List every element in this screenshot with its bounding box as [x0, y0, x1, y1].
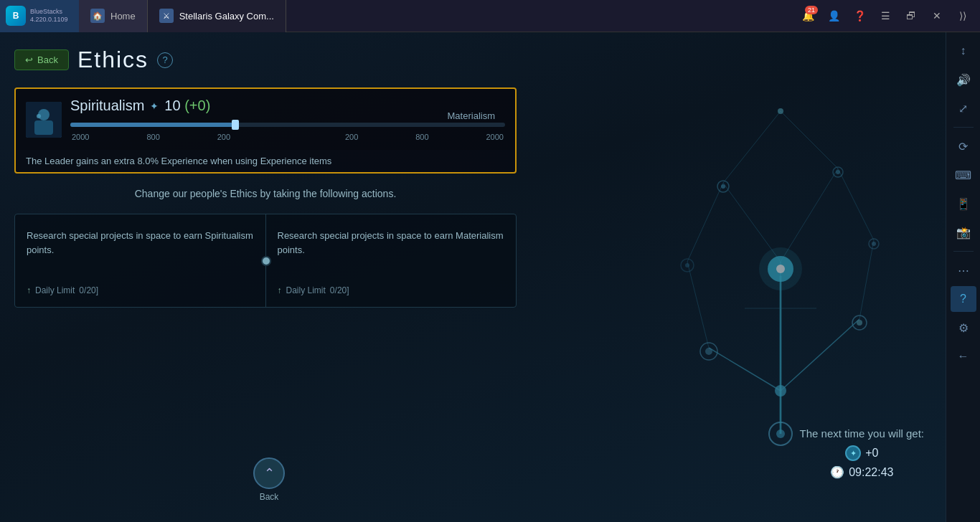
titlebar-right: 🔔 21 👤 ❓ ☰ 🗗 ✕ ⟩⟩: [796, 4, 980, 27]
divider-1: [953, 127, 974, 128]
side-toolbar: ↕ 🔊 ⤢ ⟳ ⌨ 📱 📸 ⋯ ? ⚙ ←: [946, 32, 980, 522]
svg-line-5: [859, 240, 874, 319]
settings-icon[interactable]: ⚙: [951, 315, 976, 341]
svg-point-29: [778, 108, 783, 114]
svg-line-3: [838, 169, 874, 240]
svg-point-20: [685, 263, 689, 267]
daily-limit-label-left: Daily Limit: [35, 285, 75, 295]
slider-fill: [70, 123, 235, 127]
daily-limit-value-right: 0/20]: [330, 285, 349, 295]
spiritualism-action-footer: ↑ Daily Limit 0/20]: [27, 285, 254, 295]
score-bonus: (+0): [184, 98, 210, 113]
bluestacks-logo: B BlueStacks 4.220.0.1109: [0, 0, 79, 32]
next-reward-panel: The next time you will get: ✦ +0 🕐 09:22…: [800, 427, 924, 479]
back-icon-side[interactable]: ←: [951, 343, 976, 369]
svg-point-26: [857, 320, 862, 326]
slider-bar-container[interactable]: [70, 118, 505, 131]
help-icon-side[interactable]: ?: [951, 286, 976, 312]
back-arrow-icon: ↩: [25, 54, 33, 65]
next-reward-timer: 🕐 09:22:43: [800, 465, 924, 479]
game-content: ↩ Back Ethics ?: [0, 32, 946, 522]
svg-line-4: [687, 262, 709, 348]
center-back-label: Back: [260, 492, 279, 502]
score-base: 10: [164, 98, 180, 113]
next-reward-points: ✦ +0: [800, 445, 924, 461]
notification-badge: 21: [805, 6, 818, 14]
materialism-action-col: Research special projects in space to ea…: [266, 214, 517, 307]
bluestacks-text: BlueStacks 4.220.0.1109: [30, 8, 68, 24]
expand-button[interactable]: ⟩⟩: [951, 4, 974, 27]
svg-line-2: [687, 183, 723, 262]
help-button[interactable]: ❓: [848, 4, 871, 27]
page-title: Ethics: [77, 47, 149, 73]
slider-info: Spiritualism ✦ 10 (+0) Materialism: [70, 98, 505, 141]
daily-limit-label-right: Daily Limit: [286, 285, 326, 295]
more-icon[interactable]: ⋯: [951, 257, 976, 283]
rotate-icon[interactable]: ⟳: [951, 133, 976, 159]
slider-track: [70, 123, 505, 127]
ethics-description: The Leader gains an extra 8.0% Experienc…: [16, 150, 515, 172]
notification-button[interactable]: 🔔 21: [796, 4, 819, 27]
home-tab-icon: 🏠: [90, 9, 105, 23]
ethics-panel: Spiritualism ✦ 10 (+0) Materialism: [14, 87, 517, 174]
divider-2: [953, 251, 974, 252]
ethics-score: 10 (+0): [164, 98, 210, 114]
restore-button[interactable]: 🗗: [900, 4, 923, 27]
actions-panel: Research special projects in space to ea…: [14, 214, 517, 308]
help-icon[interactable]: ?: [157, 52, 173, 68]
svg-point-14: [776, 265, 785, 273]
slider-row: Spiritualism ✦ 10 (+0) Materialism: [16, 89, 515, 150]
svg-line-1: [781, 111, 838, 169]
bluestacks-icon: B: [6, 6, 26, 26]
next-reward-label: The next time you will get:: [800, 427, 924, 440]
volume-icon[interactable]: 🔊: [951, 67, 976, 92]
galaxy-background: [651, 75, 910, 477]
center-back-circle-icon: ⌃: [253, 457, 285, 489]
game-tab-icon: ⚔: [159, 9, 174, 23]
close-button[interactable]: ✕: [925, 4, 948, 27]
center-back-button[interactable]: ⌃ Back: [253, 457, 285, 502]
daily-limit-icon-left: ↑: [27, 285, 31, 295]
action-divider-dot: [261, 256, 271, 266]
main-area: ↩ Back Ethics ?: [0, 32, 980, 522]
phone-icon[interactable]: 📱: [951, 191, 976, 217]
expand-icon[interactable]: ↕: [951, 38, 976, 64]
svg-line-10: [781, 169, 838, 262]
home-tab[interactable]: 🏠 Home: [79, 0, 148, 32]
daily-limit-icon-right: ↑: [278, 285, 282, 295]
spiritualism-action-col: Research special projects in space to ea…: [15, 214, 266, 307]
menu-button[interactable]: ☰: [874, 4, 897, 27]
keyboard-icon[interactable]: ⌨: [951, 162, 976, 188]
titlebar: B BlueStacks 4.220.0.1109 🏠 Home ⚔ Stell…: [0, 0, 980, 32]
ethics-avatar: [26, 102, 62, 138]
ethics-icon-symbol: ✦: [150, 100, 159, 112]
game-tab[interactable]: ⚔ Stellaris Galaxy Com...: [148, 0, 286, 32]
slider-title-row: Spiritualism ✦ 10 (+0): [70, 98, 505, 114]
spiritualism-action-text: Research special projects in space to ea…: [27, 229, 254, 257]
svg-point-24: [705, 348, 712, 355]
points-icon: ✦: [845, 445, 861, 461]
svg-point-16: [721, 184, 725, 189]
svg-point-22: [872, 242, 876, 246]
svg-rect-35: [34, 120, 53, 135]
slider-labels: 2000 800 200 200 800 2000: [70, 133, 505, 141]
materialism-action-text: Research special projects in space to ea…: [278, 229, 505, 257]
fullscreen-icon[interactable]: ⤢: [951, 95, 976, 121]
svg-line-6: [709, 348, 781, 391]
profile-button[interactable]: 👤: [822, 4, 845, 27]
slider-thumb[interactable]: [232, 120, 239, 130]
svg-line-0: [723, 111, 781, 183]
timer-icon: 🕐: [830, 465, 844, 479]
back-button[interactable]: ↩ Back: [14, 49, 69, 70]
instructions-text: Change our people's Ethics by taking the…: [14, 188, 517, 199]
page-header: ↩ Back Ethics ?: [14, 47, 931, 73]
daily-limit-value-left: 0/20]: [79, 285, 98, 295]
svg-point-36: [37, 114, 41, 118]
ethics-name: Spiritualism: [70, 98, 144, 114]
svg-point-18: [836, 170, 840, 174]
materialism-action-footer: ↑ Daily Limit 0/20]: [278, 285, 505, 295]
camera-icon[interactable]: 📸: [951, 219, 976, 245]
svg-line-7: [781, 319, 859, 391]
